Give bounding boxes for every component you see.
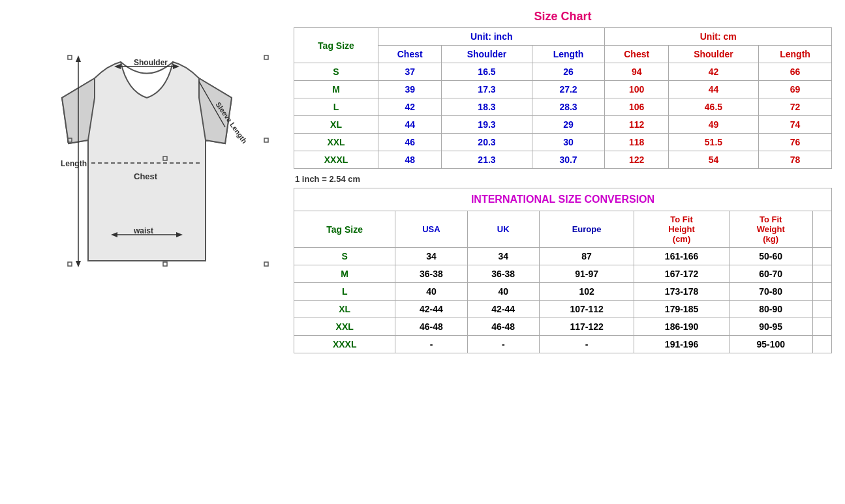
conv-height-cell: 167-172 (634, 265, 729, 283)
diagram-panel: Shoulder Sleeve Length Chest Length wais… (7, 7, 287, 306)
inch-chest-cell: 37 (378, 63, 442, 81)
tag-size-cell: XL (294, 116, 378, 134)
conv-usa-cell: 36-38 (395, 265, 467, 283)
conversion-table: INTERNATIONAL SIZE CONVERSION Tag Size U… (294, 188, 832, 353)
conv-uk-cell: 46-48 (467, 318, 539, 336)
cm-length-cell: 66 (759, 63, 832, 81)
inch-shoulder-cell: 21.3 (442, 151, 532, 169)
cm-chest-cell: 118 (605, 134, 668, 151)
cm-length-cell: 74 (759, 116, 832, 134)
tag-size-cell: L (294, 98, 378, 116)
conv-empty-header (812, 211, 831, 248)
inch-chest-header: Chest (378, 46, 442, 63)
conv-tag-cell: XXXL (294, 336, 395, 353)
tag-size-cell: M (294, 81, 378, 98)
conv-europe-cell: 117-122 (539, 318, 634, 336)
inch-shoulder-cell: 18.3 (442, 98, 532, 116)
cm-length-cell: 76 (759, 134, 832, 151)
table-row: XXL 46-48 46-48 117-122 186-190 90-95 (294, 318, 832, 336)
tag-size-cell: XXL (294, 134, 378, 151)
svg-text:waist: waist (133, 226, 153, 235)
conv-uk-cell: - (467, 336, 539, 353)
cm-chest-cell: 94 (605, 63, 668, 81)
inch-shoulder-header: Shoulder (442, 46, 532, 63)
conv-height-cell: 186-190 (634, 318, 729, 336)
cm-chest-cell: 122 (605, 151, 668, 169)
table-row: XXL 46 20.3 30 118 51.5 76 (294, 134, 832, 151)
cm-shoulder-cell: 49 (668, 116, 758, 134)
table-row: M 39 17.3 27.2 100 44 69 (294, 81, 832, 98)
cm-shoulder-cell: 46.5 (668, 98, 758, 116)
size-chart-title: Size Chart (294, 10, 832, 23)
conv-uk-cell: 40 (467, 283, 539, 301)
table-row: L 42 18.3 28.3 106 46.5 72 (294, 98, 832, 116)
inch-shoulder-cell: 17.3 (442, 81, 532, 98)
conv-height-cell: 179-185 (634, 301, 729, 318)
tag-size-cell: S (294, 63, 378, 81)
svg-text:Length: Length (61, 159, 87, 168)
conv-europe-cell: - (539, 336, 634, 353)
conv-usa-cell: 46-48 (395, 318, 467, 336)
inch-chest-cell: 46 (378, 134, 442, 151)
conv-europe-header: Europe (539, 211, 634, 248)
svg-rect-20 (264, 138, 268, 142)
conv-extra-cell (812, 265, 831, 283)
inch-length-cell: 26 (532, 63, 605, 81)
conv-tag-cell: M (294, 265, 395, 283)
conv-tag-cell: XXL (294, 318, 395, 336)
table-row: XL 44 19.3 29 112 49 74 (294, 116, 832, 134)
svg-marker-10 (76, 261, 81, 267)
cm-shoulder-cell: 42 (668, 63, 758, 81)
svg-marker-9 (76, 55, 81, 62)
conv-tag-cell: XL (294, 301, 395, 318)
conv-height-cell: 161-166 (634, 248, 729, 265)
cm-shoulder-cell: 44 (668, 81, 758, 98)
conv-weight-header: To FitWeight(kg) (729, 211, 812, 248)
svg-rect-19 (163, 262, 167, 266)
inch-shoulder-cell: 19.3 (442, 116, 532, 134)
inch-chest-cell: 48 (378, 151, 442, 169)
conv-extra-cell (812, 318, 831, 336)
conv-europe-cell: 91-97 (539, 265, 634, 283)
conv-europe-cell: 102 (539, 283, 634, 301)
cm-chest-cell: 112 (605, 116, 668, 134)
conv-usa-cell: 40 (395, 283, 467, 301)
conv-usa-cell: 42-44 (395, 301, 467, 318)
table-row: L 40 40 102 173-178 70-80 (294, 283, 832, 301)
conv-weight-cell: 50-60 (729, 248, 812, 265)
unit-cm-header: Unit: cm (605, 28, 832, 46)
tag-size-cell: XXXL (294, 151, 378, 169)
tshirt-diagram: Shoulder Sleeve Length Chest Length wais… (23, 13, 271, 300)
conv-uk-header: UK (467, 211, 539, 248)
conv-extra-cell (812, 248, 831, 265)
unit-inch-header: Unit: inch (378, 28, 605, 46)
svg-rect-23 (264, 55, 268, 59)
inch-length-cell: 27.2 (532, 81, 605, 98)
conv-weight-cell: 80-90 (729, 301, 812, 318)
table-row: S 37 16.5 26 94 42 66 (294, 63, 832, 81)
inch-shoulder-cell: 20.3 (442, 134, 532, 151)
conv-extra-cell (812, 336, 831, 353)
conv-height-cell: 191-196 (634, 336, 729, 353)
cm-length-header: Length (759, 46, 832, 63)
conv-height-header: To FitHeight(cm) (634, 211, 729, 248)
svg-text:Chest: Chest (134, 171, 158, 181)
conv-weight-cell: 60-70 (729, 265, 812, 283)
inch-chest-cell: 42 (378, 98, 442, 116)
conv-uk-cell: 36-38 (467, 265, 539, 283)
svg-rect-22 (68, 55, 72, 59)
svg-rect-21 (264, 262, 268, 266)
conv-tag-cell: S (294, 248, 395, 265)
inch-length-cell: 30 (532, 134, 605, 151)
conv-weight-cell: 90-95 (729, 318, 812, 336)
inch-length-cell: 28.3 (532, 98, 605, 116)
table-row: XXXL - - - 191-196 95-100 (294, 336, 832, 353)
conv-europe-cell: 107-112 (539, 301, 634, 318)
cm-length-cell: 78 (759, 151, 832, 169)
conv-extra-cell (812, 283, 831, 301)
cm-shoulder-cell: 54 (668, 151, 758, 169)
conv-europe-cell: 87 (539, 248, 634, 265)
conversion-note: 1 inch = 2.54 cm (295, 174, 832, 184)
conv-extra-cell (812, 301, 831, 318)
conv-tag-cell: L (294, 283, 395, 301)
